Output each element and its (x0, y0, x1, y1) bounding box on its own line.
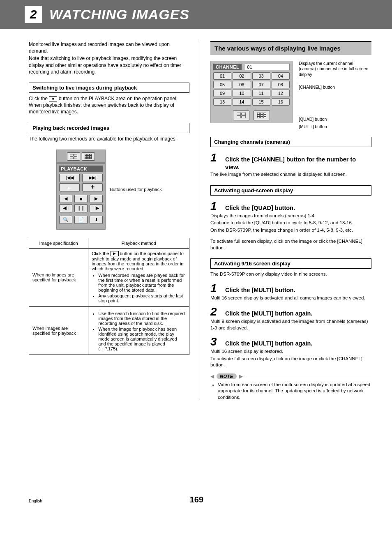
svg-rect-12 (90, 157, 92, 159)
svg-rect-23 (257, 117, 260, 118)
step-fwd-icon: ||▶ (90, 204, 103, 212)
heading-switching-live: Switching to live images during playback (29, 83, 189, 93)
page-footer: English 169 (0, 483, 392, 513)
channel-button[interactable]: 08 (272, 81, 290, 88)
channel-button[interactable]: 01 (213, 72, 231, 80)
download-icon: ⬇ (90, 216, 103, 224)
channel-button[interactable]: 16 (272, 98, 290, 106)
annotation: Displays the current channel (camera) nu… (296, 61, 371, 78)
playback-panel-illustration: PLAYBACK |◀◀▶▶| —✚ ◀■▶ ◀||❙❙||▶ 🔍📄⬇ Butt… (29, 150, 189, 230)
svg-rect-18 (261, 113, 263, 114)
svg-rect-2 (70, 157, 73, 159)
svg-rect-10 (85, 157, 87, 159)
channel-button[interactable]: 07 (252, 81, 270, 88)
channel-button[interactable]: 14 (233, 98, 251, 106)
playing-back-text: The following two methods are available … (29, 136, 189, 142)
right-column: The various ways of displaying live imag… (200, 41, 371, 401)
channel-button[interactable]: 13 (213, 98, 231, 106)
rev-play-icon: ◀ (59, 195, 72, 203)
svg-rect-16 (242, 116, 246, 118)
channel-button[interactable]: 10 (233, 90, 251, 97)
step-body: Multi 16 screen display is restored. (210, 348, 371, 355)
svg-rect-13 (237, 113, 241, 115)
page-number: 169 (190, 495, 203, 504)
svg-rect-1 (74, 154, 77, 156)
step-body: Continue to click the [QUAD] button to c… (210, 220, 371, 226)
svg-rect-17 (257, 113, 260, 114)
annotation: [QUAD] button (296, 117, 371, 122)
heading-quad-screen: Activating quad-screen display (210, 185, 371, 196)
svg-rect-24 (261, 117, 263, 118)
skip-back-icon: |◀◀ (59, 174, 80, 182)
channel-button[interactable]: 15 (252, 98, 270, 106)
multi-icon (82, 152, 95, 161)
pause-icon: ❙❙ (74, 204, 88, 212)
annotation: [MULTI] button (296, 124, 371, 130)
footer-language: English (29, 499, 42, 503)
step-title: Click the [CHANNEL] button for the numbe… (225, 156, 371, 171)
svg-rect-19 (264, 113, 266, 114)
step-body: Displays the images from channels (camer… (210, 213, 371, 219)
svg-rect-5 (87, 154, 89, 155)
svg-rect-6 (90, 154, 92, 155)
channel-button[interactable]: 09 (213, 90, 231, 97)
note-heading: ◀ NOTE ▶ (210, 373, 371, 379)
quad-icon (67, 152, 80, 161)
playback-method-table: Image specification Playback method When… (29, 238, 189, 355)
step-number: 1 (210, 200, 220, 213)
chapter-number: 2 (25, 6, 42, 23)
svg-rect-14 (242, 113, 246, 115)
note-label: NOTE (217, 373, 237, 379)
playback-panel: PLAYBACK |◀◀▶▶| —✚ ◀■▶ ◀||❙❙||▶ 🔍📄⬇ (56, 150, 106, 230)
channel-label: CHANNEL (213, 64, 242, 70)
channel-button[interactable]: 05 (213, 81, 231, 88)
channel-panel: CHANNEL 01 01 02 03 04 05 06 07 08 09 10… (210, 61, 293, 123)
playback-label: PLAYBACK (59, 166, 103, 172)
svg-rect-15 (237, 116, 241, 118)
svg-rect-8 (87, 156, 89, 157)
quad-button-icon[interactable] (233, 111, 249, 120)
step-title: Click the [MULTI] button again. (225, 310, 312, 318)
channel-button[interactable]: 04 (272, 72, 290, 80)
step-number: 2 (210, 305, 220, 318)
copy-icon: 📄 (74, 216, 88, 224)
table-row: When no images are specified for playbac… (29, 248, 189, 307)
heading-multi-screen: Activating 9/16 screen display (210, 258, 371, 269)
svg-rect-20 (257, 115, 260, 116)
channel-button[interactable]: 03 (252, 72, 270, 80)
step-number: 1 (210, 151, 220, 164)
step-title: Click the [MULTI] button. (225, 286, 295, 294)
heading-playing-back: Playing back recorded images (29, 123, 189, 133)
svg-rect-7 (85, 156, 87, 157)
svg-rect-9 (90, 156, 92, 157)
left-column: Monitored live images and recorded image… (29, 41, 200, 401)
multi-button-icon[interactable] (254, 111, 270, 120)
channel-grid: 01 02 03 04 05 06 07 08 09 10 11 12 13 1… (213, 72, 290, 106)
step-body: The live image from the selected channel… (210, 171, 371, 178)
chapter-header: 2 WATCHING IMAGES (0, 0, 392, 29)
table-header: Playback method (88, 238, 189, 248)
svg-rect-11 (87, 157, 89, 159)
channel-button[interactable]: 02 (233, 72, 251, 80)
svg-rect-21 (261, 115, 263, 116)
step-body: On the DSR-5709P, the images change in o… (210, 227, 371, 234)
skip-fwd-icon: ▶▶| (82, 174, 103, 182)
stop-icon: ■ (49, 96, 57, 101)
intro-text: Monitored live images and recorded image… (29, 41, 189, 54)
play-icon: ▶ (90, 195, 103, 203)
intro-text-2: Note that switching to live or playback … (29, 55, 189, 75)
channel-button[interactable]: 11 (252, 90, 270, 97)
note-text: Video from each screen of the multi-scre… (218, 382, 371, 401)
channel-value: 01 (244, 64, 290, 70)
multi-intro: The DSR-5709P can only display video in … (210, 271, 371, 278)
panel-caption: Buttons used for playback (110, 187, 162, 192)
svg-rect-3 (74, 157, 77, 159)
step-number: 3 (210, 335, 220, 348)
svg-rect-25 (264, 117, 266, 118)
channel-button[interactable]: 06 (233, 81, 251, 88)
plus-icon: ✚ (82, 183, 103, 191)
heading-changing-channels: Changing channels (cameras) (210, 137, 371, 147)
step-number: 1 (210, 282, 220, 295)
table-header: Image specification (29, 238, 88, 248)
channel-button[interactable]: 12 (272, 90, 290, 97)
